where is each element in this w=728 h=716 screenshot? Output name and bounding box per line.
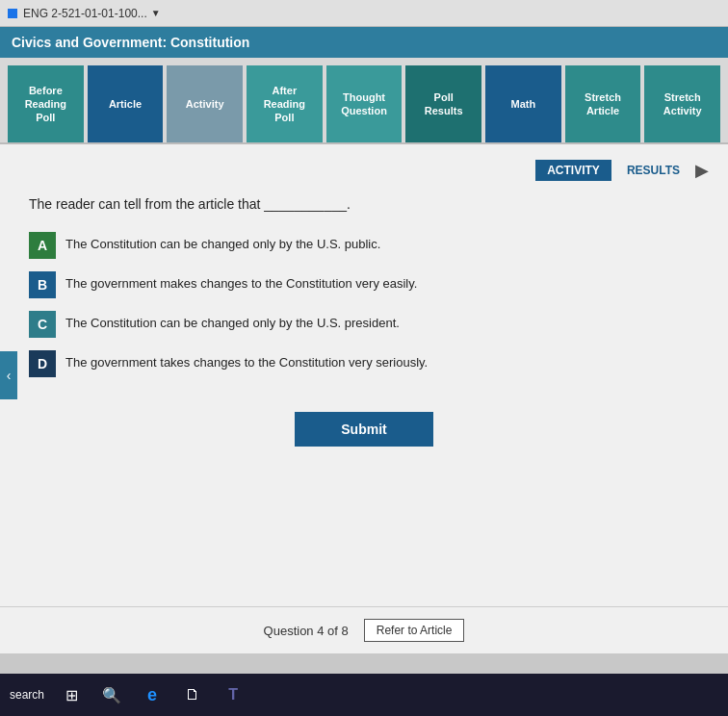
tab-article[interactable]: Article <box>88 65 164 142</box>
answer-text-a: The Constitution can be changed only by … <box>65 231 380 254</box>
header-bar: Civics and Government: Constitution <box>0 27 728 58</box>
browser-bar: ENG 2-521-01-01-100... ▼ <box>0 0 728 27</box>
browser-tab-text: ENG 2-521-01-01-100... <box>23 7 147 20</box>
question-counter: Question 4 of 8 <box>264 624 349 638</box>
answer-text-d: The government takes changes to the Cons… <box>65 349 428 372</box>
taskbar-edge-icon[interactable]: e <box>139 681 166 708</box>
page-title: Civics and Government: Constitution <box>12 35 249 50</box>
answer-item-b[interactable]: B The government makes changes to the Co… <box>29 270 709 298</box>
question-stem: The reader can tell from the article tha… <box>29 196 709 212</box>
submit-row: Submit <box>19 412 709 447</box>
answer-letter-a: A <box>29 232 56 259</box>
taskbar-files-icon[interactable]: 🗋 <box>179 681 206 708</box>
taskbar-search-icon[interactable]: 🔍 <box>98 681 125 708</box>
answer-item-d[interactable]: D The government takes changes to the Co… <box>29 349 709 377</box>
refer-to-article-button[interactable]: Refer to Article <box>364 619 465 642</box>
answer-text-c: The Constitution can be changed only by … <box>65 310 400 333</box>
browser-favicon <box>8 9 17 18</box>
tab-after-reading-poll[interactable]: After Reading Poll <box>247 65 323 142</box>
answer-letter-d: D <box>29 350 56 377</box>
toggle-arrow-icon[interactable]: ▶ <box>695 160 709 181</box>
answer-list: A The Constitution can be changed only b… <box>29 231 709 377</box>
tab-thought-question[interactable]: Thought Question <box>326 65 403 142</box>
answer-item-a[interactable]: A The Constitution can be changed only b… <box>29 231 709 259</box>
toggle-bar: ACTIVITY RESULTS ▶ <box>19 160 709 181</box>
content-area: ‹ ACTIVITY RESULTS ▶ The reader can tell… <box>0 144 728 606</box>
tab-poll-results[interactable]: Poll Results <box>405 65 481 142</box>
answer-letter-c: C <box>29 311 56 338</box>
taskbar-search-label: search <box>10 688 44 702</box>
tab-before-reading-poll[interactable]: Before Reading Poll <box>8 65 84 142</box>
browser-dropdown-icon[interactable]: ▼ <box>151 8 161 18</box>
tab-math[interactable]: Math <box>485 65 561 142</box>
nav-tabs: Before Reading Poll Article Activity Aft… <box>0 58 728 144</box>
left-nav-arrow[interactable]: ‹ <box>0 351 17 399</box>
answer-item-c[interactable]: C The Constitution can be changed only b… <box>29 310 709 338</box>
taskbar-teams-icon[interactable]: T <box>220 681 247 708</box>
taskbar-windows-icon[interactable]: ⊞ <box>58 681 85 708</box>
answer-letter-b: B <box>29 271 56 298</box>
tab-activity[interactable]: Activity <box>167 65 243 142</box>
toggle-results-button[interactable]: RESULTS <box>615 160 691 181</box>
footer-bar: Question 4 of 8 Refer to Article <box>0 606 728 653</box>
tab-stretch-article[interactable]: Stretch Article <box>565 65 641 142</box>
toggle-activity-button[interactable]: ACTIVITY <box>535 160 611 181</box>
submit-button[interactable]: Submit <box>295 412 432 447</box>
taskbar: search ⊞ 🔍 e 🗋 T <box>0 674 728 716</box>
tab-stretch-activity[interactable]: Stretch Activity <box>644 65 720 142</box>
answer-text-b: The government makes changes to the Cons… <box>65 270 417 294</box>
